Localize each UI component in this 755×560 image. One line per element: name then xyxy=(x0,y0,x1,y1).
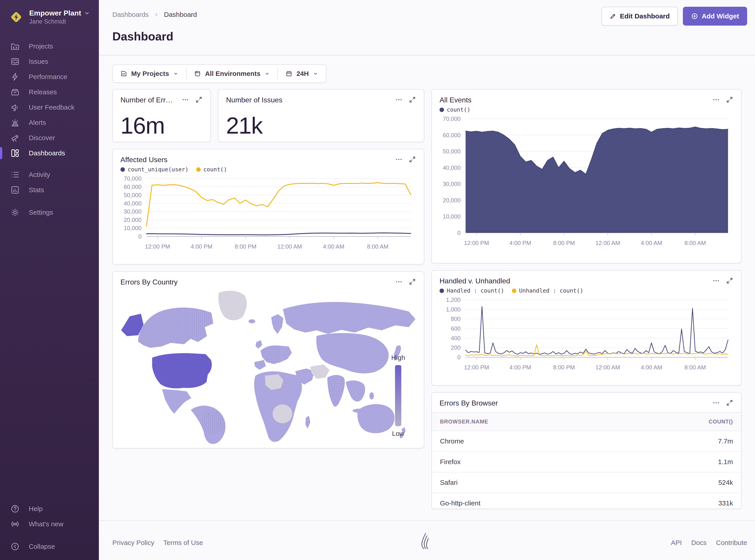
ellipsis-icon[interactable] xyxy=(181,96,189,103)
map-region-southeast-asia[interactable] xyxy=(346,380,365,401)
map-region-philippines[interactable] xyxy=(369,392,374,399)
expand-icon[interactable] xyxy=(408,278,416,286)
sidebar-item-settings[interactable]: Settings xyxy=(0,205,99,220)
map-region-iceland[interactable] xyxy=(249,319,255,323)
legend-item[interactable]: Unhandled : count() xyxy=(512,287,583,294)
affected-users-chart[interactable]: 010,00020,00030,00040,00050,00060,00070,… xyxy=(113,175,418,255)
legend-item[interactable]: count() xyxy=(440,106,470,113)
legend-item[interactable]: Handled : count() xyxy=(440,287,504,294)
sidebar-item-releases[interactable]: Releases xyxy=(0,84,99,100)
map-region-scandinavia[interactable] xyxy=(271,314,283,334)
expand-icon[interactable] xyxy=(726,399,733,407)
sidebar-item-alerts[interactable]: Alerts xyxy=(0,115,99,130)
ellipsis-icon[interactable] xyxy=(395,156,403,163)
table-header-row: BROWSER.NAME COUNT() xyxy=(432,413,741,431)
svg-text:8:00 AM: 8:00 AM xyxy=(684,364,706,371)
expand-icon[interactable] xyxy=(726,96,733,103)
sidebar-item-discover[interactable]: Discover xyxy=(0,130,99,145)
expand-icon[interactable] xyxy=(408,96,416,103)
sidebar-item-user-feedback[interactable]: User Feedback xyxy=(0,100,99,115)
sidebar-item-projects[interactable]: Projects xyxy=(0,39,99,54)
api-link[interactable]: API xyxy=(671,539,682,546)
telescope-icon xyxy=(10,133,20,143)
map-region-madagascar[interactable] xyxy=(305,416,310,429)
map-region-greenland[interactable] xyxy=(218,291,247,320)
svg-text:200: 200 xyxy=(451,344,461,351)
date-range-filter[interactable]: 24H xyxy=(278,65,326,82)
terms-of-use-link[interactable]: Terms of Use xyxy=(163,539,203,546)
sidebar-item-stats[interactable]: Stats xyxy=(0,182,99,198)
svg-text:800: 800 xyxy=(451,316,461,322)
table-row: Go-http-client 331k xyxy=(432,493,741,513)
legend-label: count_unique(user) xyxy=(128,166,189,173)
world-map[interactable]: High Low xyxy=(113,288,424,445)
breadcrumb-dashboards[interactable]: Dashboards xyxy=(112,11,149,18)
sidebar-item-label: Performance xyxy=(29,73,67,81)
org-switcher[interactable]: Empower Plant Jane Schmidt xyxy=(0,0,99,25)
help-icon xyxy=(10,504,20,514)
sidebar-item-collapse[interactable]: Collapse xyxy=(0,539,99,554)
sentry-logo[interactable] xyxy=(420,533,431,550)
svg-text:8:00 AM: 8:00 AM xyxy=(684,240,706,246)
svg-text:8:00 PM: 8:00 PM xyxy=(235,243,257,250)
ellipsis-icon[interactable] xyxy=(395,278,403,286)
chevron-down-icon xyxy=(265,71,270,76)
ellipsis-icon[interactable] xyxy=(712,277,720,284)
table-row: Safari 524k xyxy=(432,472,741,493)
sidebar-item-dashboards[interactable]: Dashboards xyxy=(0,145,99,161)
svg-text:12:00 PM: 12:00 PM xyxy=(464,364,489,371)
docs-link[interactable]: Docs xyxy=(691,539,706,546)
svg-text:4:00 AM: 4:00 AM xyxy=(641,240,662,246)
sidebar-item-whats-new[interactable]: What's new xyxy=(0,516,99,532)
widget-handled-vs-unhandled: Handled v. Unhandled Handled : count() U… xyxy=(431,270,741,385)
map-legend: High Low xyxy=(385,354,412,437)
all-events-chart[interactable]: 010,00020,00030,00040,00050,00060,00070,… xyxy=(432,115,735,252)
sidebar-item-help[interactable]: Help xyxy=(0,501,99,516)
count-cell: 331k xyxy=(622,493,741,513)
map-texture-brazil xyxy=(200,411,225,433)
dashboards-icon xyxy=(10,148,20,158)
ellipsis-icon[interactable] xyxy=(712,96,720,103)
map-region-mexico[interactable] xyxy=(162,389,191,414)
sidebar-item-activity[interactable]: Activity xyxy=(0,167,99,182)
ellipsis-icon[interactable] xyxy=(395,96,403,103)
svg-text:4:00 AM: 4:00 AM xyxy=(641,364,662,371)
window-icon xyxy=(194,70,201,77)
edit-dashboard-label: Edit Dashboard xyxy=(620,12,670,20)
map-region-russia[interactable] xyxy=(283,302,415,334)
expand-icon[interactable] xyxy=(195,96,203,103)
handled-unhandled-chart[interactable]: 02004006008001,0001,20012:00 PM4:00 PM8:… xyxy=(432,296,735,376)
widget-title: Number of Issues xyxy=(226,96,283,104)
expand-icon[interactable] xyxy=(726,277,733,284)
sidebar-item-performance[interactable]: Performance xyxy=(0,69,99,84)
contribute-link[interactable]: Contribute xyxy=(716,539,747,546)
environment-filter[interactable]: All Environments xyxy=(187,65,277,82)
sidebar-nav: Projects Issues Performance Releases Use… xyxy=(0,39,99,220)
ellipsis-icon[interactable] xyxy=(712,399,720,407)
privacy-policy-link[interactable]: Privacy Policy xyxy=(112,539,154,546)
edit-dashboard-button[interactable]: Edit Dashboard xyxy=(602,7,678,26)
date-range-label: 24H xyxy=(296,70,309,78)
map-region-united-kingdom[interactable] xyxy=(255,340,262,349)
sidebar-item-label: Discover xyxy=(29,134,55,142)
svg-text:12:00 PM: 12:00 PM xyxy=(145,243,170,250)
widget-errors-by-country: Errors By Country xyxy=(112,271,424,448)
legend-item[interactable]: count_unique(user) xyxy=(120,166,189,173)
sidebar-item-label: Dashboards xyxy=(29,149,65,157)
svg-text:60,000: 60,000 xyxy=(123,183,141,190)
add-widget-button[interactable]: Add Widget xyxy=(683,7,747,26)
sidebar-item-label: Releases xyxy=(29,88,57,96)
projects-icon xyxy=(10,42,20,51)
map-region-central-africa[interactable] xyxy=(273,404,292,423)
map-region-iberia[interactable] xyxy=(254,360,266,370)
legend-item[interactable]: count() xyxy=(196,166,227,173)
sidebar-item-issues[interactable]: Issues xyxy=(0,54,99,69)
map-region-iran[interactable] xyxy=(310,364,330,379)
svg-text:70,000: 70,000 xyxy=(443,115,461,122)
project-filter[interactable]: My Projects xyxy=(113,65,186,82)
svg-text:12:00 AM: 12:00 AM xyxy=(596,364,620,371)
legend-label: Handled : count() xyxy=(447,287,504,294)
expand-icon[interactable] xyxy=(408,156,416,163)
map-region-china[interactable] xyxy=(316,333,389,374)
map-region-united-states[interactable] xyxy=(152,353,212,388)
